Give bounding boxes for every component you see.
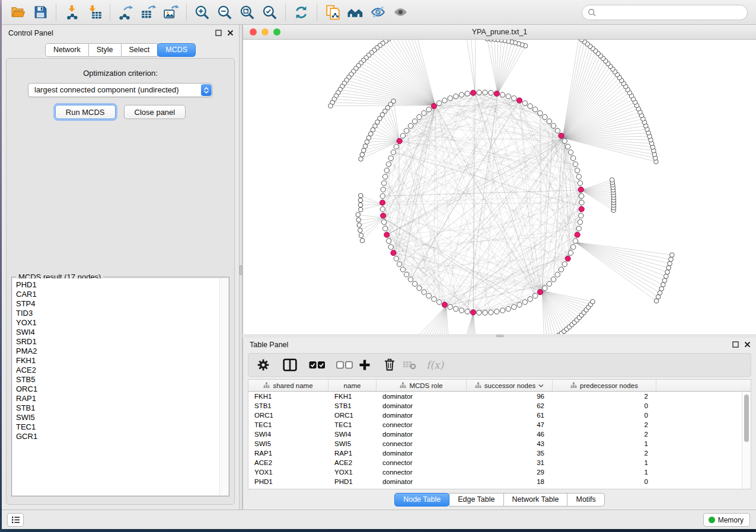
network-leaf-node[interactable] (358, 203, 363, 207)
table-cell[interactable]: ORC1 (328, 411, 377, 420)
network-node[interactable] (417, 286, 422, 290)
network-node[interactable] (412, 119, 417, 124)
network-leaf-node[interactable] (356, 217, 361, 222)
export-table-button[interactable] (137, 2, 160, 23)
column-header-predecessor-nodes[interactable]: predecessor nodes (553, 380, 656, 391)
table-row[interactable]: ACE2ACE2connector311 (248, 458, 742, 467)
network-node[interactable] (397, 262, 402, 267)
table-cell[interactable]: dominator (377, 411, 467, 420)
network-hub-node[interactable] (442, 302, 447, 307)
scrollbar-thumb[interactable] (744, 395, 749, 442)
network-node[interactable] (576, 226, 581, 231)
tab-style[interactable]: Style (88, 43, 122, 57)
network-leaf-node[interactable] (360, 238, 365, 243)
network-leaf-node[interactable] (359, 207, 363, 212)
network-hub-node[interactable] (471, 90, 476, 95)
tab-edge-table[interactable]: Edge Table (449, 493, 503, 507)
search-box[interactable] (582, 5, 748, 20)
network-node[interactable] (579, 194, 584, 198)
mcds-result-item[interactable]: SWI5 (16, 413, 219, 422)
network-node[interactable] (437, 300, 442, 305)
network-node[interactable] (404, 272, 409, 277)
network-node[interactable] (578, 220, 582, 225)
table-cell[interactable]: 62 (467, 401, 553, 411)
network-node[interactable] (568, 251, 573, 255)
network-node[interactable] (547, 119, 551, 124)
table-cell[interactable]: 2 (553, 392, 656, 401)
table-cell[interactable]: PHD1 (328, 477, 377, 486)
select-all-columns-button[interactable] (309, 356, 326, 374)
network-node[interactable] (506, 94, 511, 98)
gear-button[interactable] (257, 356, 270, 374)
column-header-MCDS-role[interactable]: MCDS role (377, 380, 467, 391)
mcds-result-item[interactable]: SWI4 (16, 328, 219, 337)
table-row[interactable]: TEC1TEC1connector472 (248, 420, 742, 430)
network-node[interactable] (528, 104, 532, 108)
network-node[interactable] (383, 226, 388, 231)
mcds-result-item[interactable]: STP4 (16, 299, 219, 309)
tab-network[interactable]: Network (45, 43, 89, 57)
network-node[interactable] (388, 156, 393, 161)
network-leaf-node[interactable] (328, 104, 333, 108)
network-leaf-node[interactable] (358, 228, 363, 233)
table-cell[interactable]: dominator (377, 430, 467, 439)
table-row[interactable]: SWI4SWI4dominator462 (248, 430, 742, 439)
network-node[interactable] (394, 256, 398, 261)
network-node[interactable] (495, 309, 499, 314)
table-cell[interactable]: connector (377, 420, 467, 430)
network-node[interactable] (500, 92, 505, 97)
network-leaf-node[interactable] (365, 140, 369, 145)
network-leaf-node[interactable] (359, 193, 363, 198)
network-node[interactable] (400, 133, 405, 138)
refresh-button[interactable] (290, 2, 312, 23)
network-node[interactable] (422, 290, 426, 294)
network-node[interactable] (459, 308, 464, 313)
close-panel-icon[interactable] (744, 341, 751, 348)
network-leaf-node[interactable] (579, 40, 584, 42)
table-cell[interactable]: 47 (467, 420, 553, 430)
network-node[interactable] (422, 111, 426, 116)
mcds-result-item[interactable]: GCR1 (16, 432, 219, 441)
network-node[interactable] (579, 213, 583, 218)
network-node[interactable] (380, 194, 385, 198)
network-node[interactable] (465, 309, 470, 314)
network-node[interactable] (562, 139, 567, 143)
network-leaf-node[interactable] (591, 299, 595, 304)
search-input[interactable] (596, 7, 747, 18)
column-header-name[interactable]: name (328, 380, 377, 391)
tab-mcds[interactable]: MCDS (157, 43, 196, 57)
mcds-result-item[interactable]: RAP1 (16, 394, 219, 403)
delete-column-button[interactable] (384, 356, 395, 374)
table-cell[interactable]: dominator (377, 448, 467, 458)
network-node[interactable] (579, 200, 584, 205)
network-node[interactable] (417, 114, 422, 119)
network-node[interactable] (512, 305, 516, 309)
table-cell[interactable]: 1 (553, 458, 656, 467)
network-node[interactable] (381, 187, 385, 192)
splitter-grip[interactable] (496, 335, 503, 337)
table-cell[interactable]: 2 (553, 430, 656, 439)
network-node[interactable] (506, 306, 511, 311)
network-hub-node[interactable] (579, 206, 584, 211)
network-node[interactable] (383, 174, 388, 179)
network-node[interactable] (538, 111, 543, 116)
network-leaf-node[interactable] (662, 278, 667, 283)
window-maximize-icon[interactable] (273, 28, 280, 36)
network-node[interactable] (477, 90, 481, 95)
network-node[interactable] (408, 123, 413, 128)
network-hub-node[interactable] (384, 232, 390, 238)
network-node[interactable] (551, 277, 556, 281)
table-row[interactable]: PHD1PHD1dominator180 (248, 477, 742, 486)
mcds-result-item[interactable]: TID3 (16, 309, 219, 318)
home-view-button[interactable] (344, 2, 366, 23)
column-header-successor-nodes[interactable]: successor nodes (467, 380, 553, 391)
network-node[interactable] (571, 245, 576, 249)
network-node[interactable] (442, 98, 447, 102)
export-image-button[interactable] (160, 2, 182, 23)
network-hub-node[interactable] (431, 104, 436, 109)
network-graph[interactable] (243, 40, 756, 334)
table-row[interactable]: FKH1FKH1dominator962 (248, 392, 742, 401)
network-node[interactable] (454, 306, 458, 311)
table-cell[interactable]: 0 (553, 411, 656, 420)
network-node[interactable] (465, 91, 470, 96)
